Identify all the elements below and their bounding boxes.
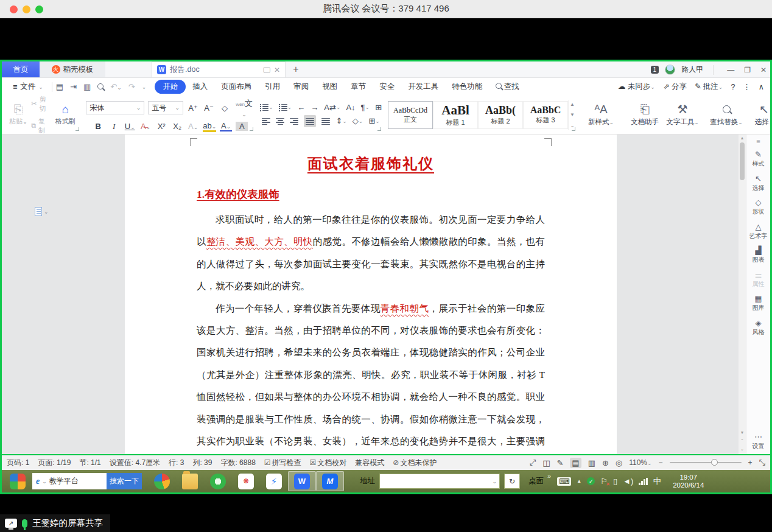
- style-heading3[interactable]: AaBbC 标题 3: [523, 101, 568, 129]
- bold-button[interactable]: B: [92, 122, 104, 131]
- text-tool-button[interactable]: ⚒ 文字工具⌄: [664, 98, 701, 131]
- sidebar-item-styles[interactable]: ✎样式: [753, 150, 765, 168]
- status-wordcount[interactable]: 字数: 6888: [220, 458, 255, 468]
- scroll-thumb[interactable]: [740, 142, 745, 180]
- text-direction-icon[interactable]: A⇄⌄: [324, 103, 340, 112]
- character-shading-button[interactable]: A: [236, 122, 248, 131]
- print-icon[interactable]: ▥: [83, 82, 91, 91]
- taskbar-app-meeting[interactable]: M: [316, 471, 344, 491]
- menu-insert[interactable]: 插入: [186, 80, 214, 94]
- font-color-button[interactable]: A⌄: [220, 121, 232, 131]
- save-icon[interactable]: ▤: [56, 82, 63, 91]
- close-window-button[interactable]: [10, 5, 18, 13]
- restore-icon[interactable]: ❐: [744, 66, 751, 74]
- cut-button[interactable]: ✂剪切: [31, 95, 51, 113]
- taskbar-search-input[interactable]: e ⌄ 教学平台: [32, 473, 107, 489]
- taskbar-app-explorer[interactable]: [176, 471, 204, 491]
- margin-style-button[interactable]: ⌄: [35, 207, 49, 216]
- sidebar-item-wordart[interactable]: △艺术字: [749, 222, 768, 240]
- style-body[interactable]: AaBbCcDd 正文: [388, 101, 433, 129]
- borders-button[interactable]: ⊞⌄: [368, 116, 379, 125]
- menu-view[interactable]: 视图: [315, 80, 344, 94]
- sidebar-item-gallery[interactable]: ▦图库: [753, 294, 765, 312]
- pinyin-guide-button[interactable]: wén文⌄: [234, 98, 254, 118]
- justify-button[interactable]: [304, 115, 316, 127]
- zoom-slider[interactable]: [670, 462, 742, 463]
- gallery-down-icon[interactable]: ▼: [570, 112, 575, 117]
- tab-docer[interactable]: 火 稻壳模板: [40, 61, 105, 77]
- sidebar-item-select[interactable]: ↖选择: [753, 174, 765, 192]
- find-replace-button[interactable]: 查找替换⌄: [707, 98, 745, 131]
- sidebar-item-properties[interactable]: ⚌属性: [753, 270, 765, 289]
- style-heading1[interactable]: AaBl 标题 1: [433, 101, 478, 129]
- print-preview-icon[interactable]: [97, 82, 104, 91]
- subscript-button[interactable]: X₂: [171, 122, 183, 131]
- clear-format-icon[interactable]: ◇: [219, 103, 231, 113]
- bullets-button[interactable]: ⌄: [260, 102, 273, 112]
- user-name[interactable]: 路人甲: [681, 65, 703, 75]
- styles-dialog-launcher[interactable]: [572, 127, 575, 131]
- toolbar-options-icon[interactable]: ⌄: [142, 84, 147, 90]
- align-center-button[interactable]: [276, 116, 284, 126]
- grow-font-button[interactable]: A⁺: [187, 103, 199, 113]
- share-button[interactable]: ⇗ 分享: [663, 82, 687, 92]
- menu-security[interactable]: 安全: [373, 80, 401, 94]
- sidebar-item-theme[interactable]: ◈风格: [753, 318, 765, 337]
- close-tab-icon[interactable]: ✕: [274, 66, 280, 74]
- fit-page-icon[interactable]: ⤡: [759, 458, 765, 467]
- address-input[interactable]: ⌄: [379, 474, 500, 489]
- touch-keyboard-icon[interactable]: ⌨: [557, 477, 571, 486]
- tray-expand-icon[interactable]: ▲: [577, 478, 581, 484]
- taskbar-clock[interactable]: 19:07 2020/6/14: [667, 474, 710, 489]
- eye-protect-icon[interactable]: ◎: [616, 458, 622, 467]
- sidebar-item-shapes[interactable]: ◇形状: [753, 198, 765, 216]
- vertical-scrollbar[interactable]: ▲ ▼ ⌃ ⌄: [739, 135, 746, 454]
- strikethrough-button[interactable]: A̶⌄: [139, 122, 152, 131]
- zoom-window-button[interactable]: [35, 5, 43, 13]
- taskbar-app-wps[interactable]: W: [288, 471, 316, 491]
- paste-button[interactable]: ⎘ 粘贴⌄: [5, 103, 31, 126]
- page-view-icon[interactable]: ▤: [570, 458, 581, 468]
- style-heading2[interactable]: AaBb( 标题 2: [478, 101, 523, 129]
- undo-icon[interactable]: ↶⌄: [110, 82, 121, 91]
- taskbar-app-cloud[interactable]: ❋: [232, 471, 260, 491]
- proofread-button[interactable]: ☒文档校对: [310, 458, 347, 468]
- zoom-in-button[interactable]: +: [748, 458, 753, 467]
- user-avatar[interactable]: [665, 65, 675, 75]
- line-spacing-button[interactable]: ⇕⌄: [335, 116, 346, 125]
- font-size-combo[interactable]: 五号⌄: [148, 101, 183, 114]
- web-view-icon[interactable]: ⊕: [602, 458, 609, 467]
- window-count-badge[interactable]: 1: [651, 66, 659, 74]
- redo-icon[interactable]: ↷: [128, 82, 135, 91]
- desktop-toolbar[interactable]: 桌面»: [528, 476, 550, 486]
- zoom-slider-knob[interactable]: [711, 459, 718, 466]
- decrease-indent-icon[interactable]: ←: [297, 103, 305, 112]
- new-style-button[interactable]: ᴬA 新样式⌄: [582, 98, 620, 131]
- sidebar-menu-icon[interactable]: ≡: [756, 138, 760, 145]
- tab-document[interactable]: W 报告.doc 🖵 ✕: [152, 61, 286, 77]
- menu-review[interactable]: 审阅: [287, 80, 315, 94]
- table-icon[interactable]: ⊞: [375, 103, 382, 112]
- menu-section[interactable]: 章节: [344, 80, 373, 94]
- more-icon[interactable]: ⋮: [743, 82, 751, 91]
- taskbar-app-360browser[interactable]: [148, 471, 176, 491]
- action-center-flag-icon[interactable]: ⚐: [600, 477, 608, 486]
- doc-assistant-button[interactable]: ⎗ 文档助手: [626, 98, 664, 131]
- spellcheck-button[interactable]: ☑拼写检查: [264, 458, 301, 468]
- copy-button[interactable]: ⧉复制: [31, 117, 51, 135]
- sort-icon[interactable]: A↓: [346, 103, 355, 112]
- two-page-view-icon[interactable]: ◫: [542, 458, 550, 467]
- sidebar-item-settings[interactable]: ⋯设置: [753, 432, 765, 450]
- search-go-button[interactable]: 搜索一下: [107, 473, 142, 489]
- collapse-ribbon-icon[interactable]: ∧: [759, 82, 764, 91]
- scroll-up-icon[interactable]: ▲: [740, 136, 745, 140]
- menu-dev-tools[interactable]: 开发工具: [401, 80, 445, 94]
- clipboard-dialog-launcher[interactable]: [75, 127, 79, 131]
- select-button[interactable]: ↖ 选择⌄: [745, 98, 772, 131]
- volume-icon[interactable]: ◄): [623, 477, 633, 486]
- file-menu[interactable]: ≡ 文件 ⌄: [8, 82, 48, 92]
- format-painter-button[interactable]: ⌂ 格式刷: [51, 103, 80, 126]
- outline-view-icon[interactable]: ▥: [588, 458, 595, 467]
- zoom-value[interactable]: 110%⌄: [629, 458, 651, 467]
- close-icon[interactable]: ✕: [760, 66, 767, 74]
